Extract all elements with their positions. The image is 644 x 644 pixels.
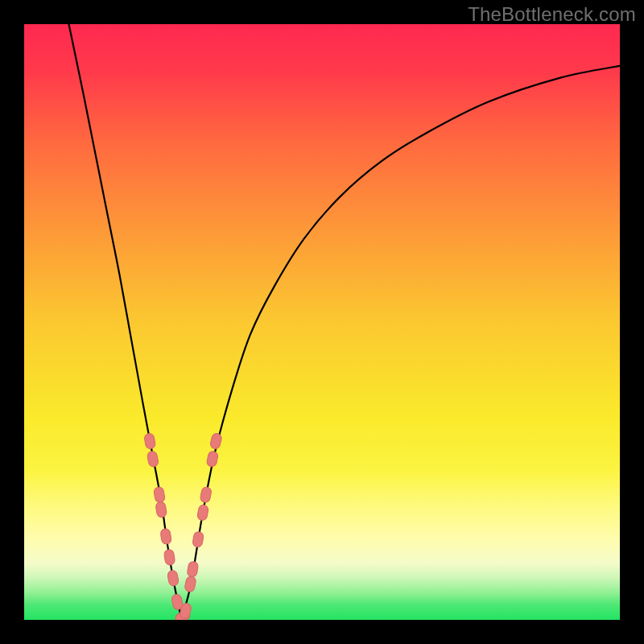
curve-marker [153,486,165,503]
curve-marker [184,576,197,592]
curve-marker [147,451,159,468]
outer-frame: TheBottleneck.com [0,0,644,644]
curve-layer [24,24,620,620]
curve-marker [155,502,167,518]
curve-marker [143,433,155,450]
bottleneck-curve [69,24,621,620]
curve-marker [209,432,222,449]
curve-marker [187,561,199,578]
watermark-text: TheBottleneck.com [468,3,636,26]
curve-marker [196,504,208,521]
curve-marker [200,486,212,503]
plot-area [24,24,620,620]
curve-marker [160,528,172,545]
marker-group [143,432,222,620]
curve-marker [163,549,175,566]
curve-marker [192,531,204,548]
curve-marker [206,451,219,468]
curve-marker [167,570,179,587]
